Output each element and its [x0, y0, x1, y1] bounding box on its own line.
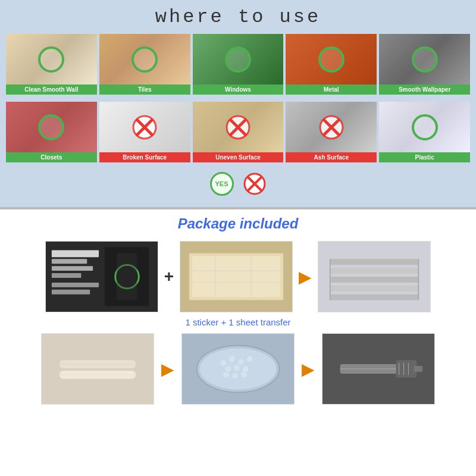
svg-rect-13 [52, 250, 99, 257]
svg-rect-21 [117, 253, 137, 300]
grid-label-0: Clean Smooth Wall [6, 84, 97, 95]
grid-image-0 [6, 34, 97, 84]
svg-point-49 [225, 366, 231, 372]
grid-label-7: Uneven Surface [193, 152, 284, 162]
grid-item-6: Broken Surface [99, 102, 190, 167]
circle-overlay-2 [225, 46, 251, 73]
no-badge [243, 172, 267, 198]
circle-overlay-3 [318, 46, 345, 73]
circle-overlay-4 [412, 46, 438, 73]
grid-item-4: Smooth Wallpaper [379, 34, 470, 99]
arrow-symbol-3: ▶ [302, 359, 315, 379]
svg-rect-24 [192, 256, 280, 297]
grid-label-1: Tiles [99, 84, 190, 95]
svg-rect-17 [52, 283, 99, 287]
svg-rect-31 [330, 268, 418, 274]
svg-point-47 [238, 359, 244, 365]
svg-rect-14 [52, 259, 87, 264]
no-sign-7 [225, 114, 251, 140]
package-caption: 1 sticker + 1 sheet transfer [12, 317, 464, 327]
tool-image [322, 333, 435, 405]
bubble-wrap-image [181, 333, 295, 405]
grid-image-4 [379, 34, 470, 84]
svg-point-48 [247, 356, 253, 362]
plus-symbol: + [164, 267, 174, 286]
grid-image-6 [99, 102, 190, 152]
grid-item-5: Closets [6, 102, 97, 167]
svg-point-54 [241, 372, 247, 378]
grid-item-8: Ash Surface [286, 102, 377, 167]
package-row-1: + ▶ [12, 241, 464, 312]
grid-image-1 [99, 34, 190, 84]
svg-rect-37 [42, 334, 154, 405]
grid-label-8: Ash Surface [286, 152, 377, 162]
svg-rect-32 [330, 277, 418, 283]
grid-label-9: Plastic [379, 152, 470, 162]
yes-badge: YES [210, 172, 234, 196]
svg-point-52 [223, 372, 229, 378]
package-title: Package included [12, 215, 464, 232]
grid-item-0: Clean Smooth Wall [6, 34, 97, 99]
svg-rect-30 [330, 259, 418, 265]
grid-label-4: Smooth Wallpaper [379, 84, 470, 95]
svg-rect-15 [52, 266, 93, 271]
svg-rect-18 [52, 290, 90, 295]
grid-label-5: Closets [6, 152, 97, 162]
circle-overlay-0 [38, 46, 64, 73]
no-sign-6 [131, 114, 158, 140]
svg-point-46 [229, 356, 235, 362]
grid-label-3: Metal [286, 84, 377, 95]
tube-image [41, 333, 154, 405]
no-icon [243, 172, 267, 196]
svg-point-50 [234, 365, 240, 371]
grid-image-7 [193, 102, 284, 152]
bottom-section: Package included + [0, 209, 476, 411]
svg-point-45 [220, 360, 226, 366]
grid-image-5 [6, 102, 97, 152]
svg-rect-33 [330, 286, 418, 292]
sticker-image [45, 241, 158, 312]
grid-item-3: Metal [286, 34, 377, 99]
grid-label-2: Windows [193, 84, 284, 95]
circle-overlay-9 [412, 114, 438, 140]
arrow-symbol-1: ▶ [299, 267, 312, 287]
grid-item-9: Plastic [379, 102, 470, 167]
roll-image [318, 241, 431, 312]
svg-point-53 [232, 373, 238, 379]
grid-image-3 [286, 34, 377, 84]
transfer-image [180, 241, 293, 312]
circle-overlay-1 [131, 46, 158, 73]
circle-overlay-5 [38, 114, 64, 140]
svg-point-51 [243, 366, 249, 372]
svg-rect-59 [414, 366, 422, 372]
no-sign-8 [318, 114, 345, 140]
svg-rect-16 [52, 273, 81, 278]
grid-image-9 [379, 102, 470, 152]
grid-label-6: Broken Surface [99, 152, 190, 162]
arrow-symbol-2: ▶ [161, 359, 174, 379]
grid-item-7: Uneven Surface [193, 102, 284, 167]
grid-item-2: Windows [193, 34, 284, 99]
package-row-2: ▶ ▶ [12, 333, 464, 405]
use-grid: Clean Smooth WallTilesWindowsMetalSmooth… [6, 34, 470, 167]
page-title: where to use [6, 6, 470, 28]
grid-item-1: Tiles [99, 34, 190, 99]
grid-image-2 [193, 34, 284, 84]
top-section: where to use Clean Smooth WallTilesWindo… [0, 0, 476, 207]
badges-row: YES [6, 172, 470, 198]
grid-image-8 [286, 102, 377, 152]
svg-rect-34 [330, 295, 418, 300]
